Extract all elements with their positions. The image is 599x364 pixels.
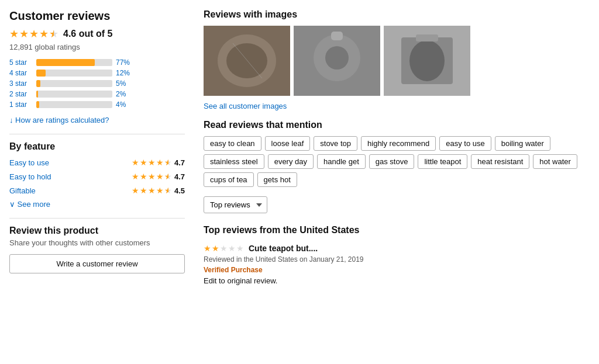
review-images-row bbox=[204, 26, 590, 96]
top-reviews-title: Top reviews from the United States bbox=[204, 225, 590, 235]
feature-name[interactable]: Giftable bbox=[9, 186, 36, 195]
rating-value: 4.6 out of 5 bbox=[63, 29, 112, 39]
bar-track bbox=[36, 59, 112, 66]
feature-star-full: ★ bbox=[156, 158, 164, 167]
star-bar-label[interactable]: 5 star bbox=[9, 58, 33, 67]
mention-tag[interactable]: easy to use bbox=[439, 136, 491, 151]
feature-stars: ★★★★★★ bbox=[132, 158, 172, 167]
feature-star-full: ★ bbox=[156, 172, 164, 181]
review-image-1[interactable] bbox=[204, 26, 290, 96]
feature-star-half: ★★ bbox=[164, 158, 172, 167]
star-5-half: ★ ★ bbox=[49, 27, 58, 40]
mention-tag[interactable]: heat resistant bbox=[471, 154, 529, 169]
feature-star-half: ★★ bbox=[164, 172, 172, 181]
mention-tag[interactable]: handle get bbox=[317, 154, 366, 169]
mention-tag[interactable]: cups of tea bbox=[204, 172, 254, 187]
star-bar-label[interactable]: 3 star bbox=[9, 79, 33, 88]
feature-star-full: ★ bbox=[148, 186, 156, 195]
bar-fill bbox=[36, 80, 40, 87]
feature-stars: ★★★★★★ bbox=[132, 186, 172, 195]
star-bar-row: 5 star77% bbox=[9, 58, 185, 67]
page-layout: Customer reviews ★ ★ ★ ★ ★ ★ 4.6 out of … bbox=[9, 9, 590, 294]
review-star-empty: ★ bbox=[220, 244, 228, 253]
divider-1 bbox=[9, 134, 185, 134]
rating-summary: ★ ★ ★ ★ ★ ★ 4.6 out of 5 bbox=[9, 27, 185, 40]
feature-name[interactable]: Easy to use bbox=[9, 158, 49, 167]
ratings-calculated-link[interactable]: ↓ How are ratings calculated? bbox=[9, 116, 185, 124]
review-header: ★★★★★Cute teapot but.... bbox=[204, 244, 590, 253]
star-bar-row: 3 star5% bbox=[9, 79, 185, 88]
divider-2 bbox=[9, 218, 185, 219]
feature-star-full: ★ bbox=[132, 172, 139, 181]
mention-tag[interactable]: easy to clean bbox=[204, 136, 261, 151]
feature-score: 4.7 bbox=[174, 172, 185, 181]
feature-star-full: ★ bbox=[148, 172, 156, 181]
bar-fill bbox=[36, 91, 38, 98]
review-image-2[interactable] bbox=[294, 26, 380, 96]
mention-tag[interactable]: highly recommend bbox=[361, 136, 436, 151]
reviews-with-images-title: Reviews with images bbox=[204, 9, 590, 20]
mention-tag[interactable]: little teapot bbox=[418, 154, 467, 169]
mention-tag[interactable]: gets hot bbox=[257, 172, 297, 187]
star-bar-label[interactable]: 2 star bbox=[9, 90, 33, 98]
bar-pct: 2% bbox=[116, 90, 135, 98]
review-meta: Reviewed in the United States on January… bbox=[204, 255, 590, 264]
feature-star-full: ★ bbox=[140, 186, 147, 195]
feature-name[interactable]: Easy to hold bbox=[9, 172, 51, 181]
global-ratings: 12,891 global ratings bbox=[9, 43, 185, 51]
mention-tag[interactable]: stainless steel bbox=[204, 154, 264, 169]
review-product-subtitle: Share your thoughts with other customers bbox=[9, 238, 185, 247]
review-stars: ★★★★★ bbox=[204, 244, 244, 253]
star-bar-row: 2 star2% bbox=[9, 90, 185, 98]
mention-tag[interactable]: stove top bbox=[314, 136, 357, 151]
feature-row: Easy to hold★★★★★★4.7 bbox=[9, 172, 185, 181]
review-star-empty: ★ bbox=[236, 244, 244, 253]
mention-tag[interactable]: boiling water bbox=[495, 136, 550, 151]
review-star-filled: ★ bbox=[212, 244, 219, 253]
feature-star-full: ★ bbox=[148, 158, 156, 167]
review-product-title: Review this product bbox=[9, 226, 185, 236]
review-image-3[interactable] bbox=[384, 26, 470, 96]
bar-track bbox=[36, 80, 112, 87]
svg-point-6 bbox=[325, 46, 349, 70]
feature-star-full: ★ bbox=[140, 172, 147, 181]
bar-track bbox=[36, 101, 112, 108]
feature-rating: ★★★★★★4.5 bbox=[132, 186, 185, 195]
feature-stars: ★★★★★★ bbox=[132, 172, 172, 181]
sort-select[interactable]: Top reviewsMost recent bbox=[204, 196, 267, 213]
bar-pct: 77% bbox=[116, 58, 135, 67]
star-bar-label[interactable]: 4 star bbox=[9, 69, 33, 77]
star-3: ★ bbox=[29, 27, 39, 40]
mention-tags: easy to cleanloose leafstove tophighly r… bbox=[204, 136, 590, 187]
star-bar-label[interactable]: 1 star bbox=[9, 100, 33, 109]
overall-stars: ★ ★ ★ ★ ★ ★ bbox=[9, 27, 58, 40]
feature-score: 4.7 bbox=[174, 158, 185, 167]
bar-pct: 12% bbox=[116, 69, 135, 77]
star-bar-row: 1 star4% bbox=[9, 100, 185, 109]
by-feature-rows: Easy to use★★★★★★4.7Easy to hold★★★★★★4.… bbox=[9, 158, 185, 195]
mention-tag[interactable]: gas stove bbox=[369, 154, 415, 169]
see-more-link[interactable]: ∨ See more bbox=[9, 200, 185, 209]
feature-row: Easy to use★★★★★★4.7 bbox=[9, 158, 185, 167]
mention-tag[interactable]: loose leaf bbox=[265, 136, 311, 151]
feature-star-full: ★ bbox=[140, 158, 147, 167]
svg-rect-7 bbox=[331, 32, 343, 40]
review-body: Edit to original review. bbox=[204, 276, 590, 285]
verified-purchase: Verified Purchase bbox=[204, 266, 590, 274]
star-1: ★ bbox=[9, 27, 19, 40]
feature-score: 4.5 bbox=[174, 186, 185, 195]
write-review-button[interactable]: Write a customer review bbox=[9, 254, 185, 273]
feature-star-full: ★ bbox=[132, 186, 139, 195]
bar-pct: 5% bbox=[116, 79, 135, 88]
svg-rect-11 bbox=[416, 34, 438, 41]
review-headline: Cute teapot but.... bbox=[249, 244, 318, 253]
mention-tag[interactable]: hot water bbox=[533, 154, 577, 169]
feature-rating: ★★★★★★4.7 bbox=[132, 158, 185, 167]
feature-star-full: ★ bbox=[132, 158, 139, 167]
see-all-images-link[interactable]: See all customer images bbox=[204, 102, 590, 110]
mention-tag[interactable]: every day bbox=[268, 154, 314, 169]
feature-star-full: ★ bbox=[156, 186, 164, 195]
bar-fill bbox=[36, 101, 39, 108]
bar-fill bbox=[36, 59, 95, 66]
customer-reviews-title: Customer reviews bbox=[9, 9, 185, 23]
